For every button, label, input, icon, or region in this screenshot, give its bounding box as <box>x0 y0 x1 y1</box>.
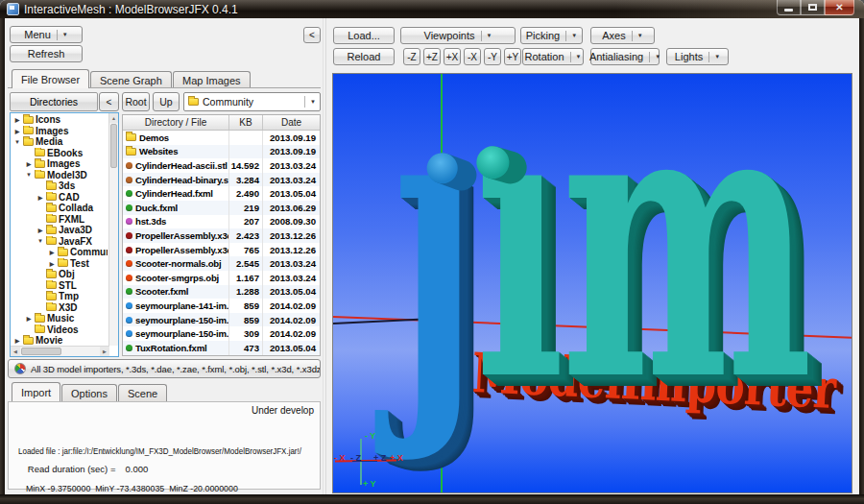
tree-item[interactable]: ▶ Music <box>11 313 108 324</box>
table-row[interactable]: Duck.fxml 219 2013.06.29 <box>123 201 320 215</box>
tree-expand-icon[interactable]: ▶ <box>13 128 21 134</box>
table-row[interactable]: seymourplane-150-im.dae 859 2014.02.09 <box>123 313 320 327</box>
axes-dropdown[interactable]: Axes▼ <box>590 27 655 44</box>
column-header-date[interactable]: Date <box>263 115 320 130</box>
neg-z-label: - Z <box>350 453 361 463</box>
tree-horizontal-scrollbar[interactable]: ◀ ▶ <box>11 346 109 356</box>
importer-filter-combobox[interactable]: All 3D model importers, *.3ds, *.dae, *.… <box>8 359 321 378</box>
tree-item[interactable]: ▶ Java3D <box>11 225 108 236</box>
tree-item[interactable]: ▶ Test <box>11 258 108 270</box>
tree-item[interactable]: ▶ CAD <box>11 192 108 204</box>
axis-view-button[interactable]: +X <box>444 48 461 65</box>
table-row[interactable]: TuxRotation.fxml 473 2013.05.04 <box>123 341 320 355</box>
tree-item[interactable]: ▶ Images <box>11 126 108 137</box>
table-row[interactable]: seymourplane-141-im.dae 859 2014.02.09 <box>123 299 320 313</box>
table-row[interactable]: PropellerAssembly.x3dz 765 2013.12.26 <box>123 243 320 257</box>
scroll-thumb[interactable] <box>110 124 117 168</box>
collapse-left-panel-button[interactable]: < <box>303 27 321 43</box>
up-button[interactable]: Up <box>153 92 180 111</box>
refresh-button[interactable]: Refresh <box>10 45 83 62</box>
root-button[interactable]: Root <box>122 92 150 111</box>
scroll-right-icon[interactable]: ▶ <box>100 347 109 356</box>
titlebar[interactable]: InteractiveMesh : ModelBrowserJFX 0.4.1 … <box>0 0 864 18</box>
bottom-tab[interactable]: Options <box>61 384 117 401</box>
table-row[interactable]: Scooter-normals.obj 2.545 2013.03.24 <box>123 256 320 271</box>
file-type-icon <box>126 247 132 253</box>
viewport-3d[interactable]: ModelImporter ȷım - Y + Y - X - Z + Z + … <box>332 73 852 493</box>
maximize-button[interactable] <box>801 0 825 15</box>
rotation-dropdown[interactable]: Rotation▼ <box>522 48 584 65</box>
axis-view-button[interactable]: -Z <box>403 48 420 65</box>
tree-item[interactable]: 3ds <box>11 180 108 192</box>
folder-icon <box>23 138 34 146</box>
table-row[interactable]: Websites 2013.09.19 <box>123 145 320 159</box>
tree-expand-icon[interactable]: ▶ <box>36 227 44 233</box>
tree-vertical-scrollbar[interactable]: ▲ <box>108 113 118 346</box>
menu-button[interactable]: Menu▼ <box>10 26 83 43</box>
tree-expand-icon[interactable]: ▶ <box>48 260 56 267</box>
tree-item[interactable]: ▶ Icons <box>11 114 108 126</box>
antialiasing-dropdown[interactable]: Antialiasing▼ <box>590 48 660 65</box>
tree-item[interactable]: ▼ JavaFX <box>11 236 108 248</box>
table-row[interactable]: hst.3ds 207 2008.09.30 <box>123 215 320 229</box>
scene-background: ModelImporter ȷım - Y + Y - X - Z + Z + … <box>333 74 852 492</box>
tree-item[interactable]: ▼ Model3D <box>11 170 108 181</box>
tree-item[interactable]: FXML <box>11 214 108 226</box>
tree-item[interactable]: Obj <box>11 269 108 280</box>
panel-splitter[interactable] <box>323 18 326 494</box>
column-header-name[interactable]: Directory / File <box>123 115 229 130</box>
main-tab[interactable]: Map Images <box>173 71 251 88</box>
axis-view-button[interactable]: -X <box>464 48 481 65</box>
tree-expand-icon[interactable]: ▶ <box>13 337 21 344</box>
close-button[interactable]: ✕ <box>825 0 854 15</box>
tree-item[interactable]: ▶ Movie <box>11 335 108 347</box>
scroll-left-icon[interactable]: ◀ <box>11 347 20 356</box>
axis-view-button[interactable]: +Y <box>504 48 521 65</box>
tree-expand-icon[interactable]: ▶ <box>13 116 21 123</box>
bottom-tab[interactable]: Scene <box>118 384 167 401</box>
neg-x-label: - X <box>334 453 346 463</box>
load-button[interactable]: Load... <box>333 27 395 44</box>
tree-item[interactable]: STL <box>11 280 108 292</box>
tree-expand-icon[interactable]: ▶ <box>48 249 56 255</box>
tree-item[interactable]: EBooks <box>11 148 108 159</box>
tree-expand-icon[interactable]: ▼ <box>13 139 21 145</box>
scroll-thumb[interactable] <box>21 348 61 355</box>
chevron-down-icon: ▼ <box>632 31 643 41</box>
tree-expand-icon[interactable]: ▼ <box>25 172 33 178</box>
scroll-up-icon[interactable]: ▲ <box>109 113 118 123</box>
table-row[interactable]: seymourplane-150-im.zae 309 2014.02.09 <box>123 326 320 341</box>
tree-expand-icon[interactable]: ▶ <box>25 315 33 322</box>
minimize-button[interactable] <box>777 0 801 15</box>
bottom-tab[interactable]: Import <box>12 382 60 401</box>
tree-expand-icon[interactable]: ▶ <box>25 160 33 167</box>
tree-item[interactable]: Tmp <box>11 291 108 302</box>
axis-view-button[interactable]: +Z <box>423 48 441 65</box>
axis-view-button[interactable]: -Y <box>484 48 501 65</box>
table-row[interactable]: Scooter.fxml 1.288 2013.05.04 <box>123 285 320 300</box>
table-row[interactable]: PropellerAssembly.x3d 2.423 2013.12.26 <box>123 228 320 243</box>
tree-item[interactable]: X3D <box>11 302 108 314</box>
main-tab[interactable]: File Browser <box>12 69 89 88</box>
table-row[interactable]: Scooter-smgrps.obj 1.167 2013.03.24 <box>123 271 320 285</box>
picking-dropdown[interactable]: Picking▼ <box>520 27 583 44</box>
tree-item[interactable]: ▶ Community <box>11 247 108 258</box>
table-row[interactable]: CylinderHead-ascii.stl 14.592 2013.03.24 <box>123 158 320 173</box>
folder-icon <box>35 160 45 168</box>
collapse-directories-button[interactable]: < <box>99 92 119 111</box>
tree-expand-icon[interactable]: ▶ <box>36 194 44 201</box>
tree-item[interactable]: ▼ Media <box>11 136 108 148</box>
tree-item[interactable]: Videos <box>11 324 108 336</box>
reload-button[interactable]: Reload <box>333 48 395 65</box>
table-row[interactable]: Demos 2013.09.19 <box>123 131 320 145</box>
tree-expand-icon[interactable]: ▼ <box>36 238 44 244</box>
main-tab[interactable]: Scene Graph <box>90 71 172 88</box>
tree-item[interactable]: ▶ Images <box>11 158 108 170</box>
table-row[interactable]: CylinderHead.fxml 2.490 2013.05.04 <box>123 186 320 201</box>
path-combobox[interactable]: Community ▼ <box>183 92 321 111</box>
column-header-kb[interactable]: KB <box>229 115 263 130</box>
viewpoints-dropdown[interactable]: Viewpoints▼ <box>400 27 516 44</box>
table-row[interactable]: CylinderHead-binary.stl 3.284 2013.03.24 <box>123 173 320 187</box>
tree-item[interactable]: Collada <box>11 203 108 214</box>
lights-dropdown[interactable]: Lights▼ <box>666 48 729 65</box>
